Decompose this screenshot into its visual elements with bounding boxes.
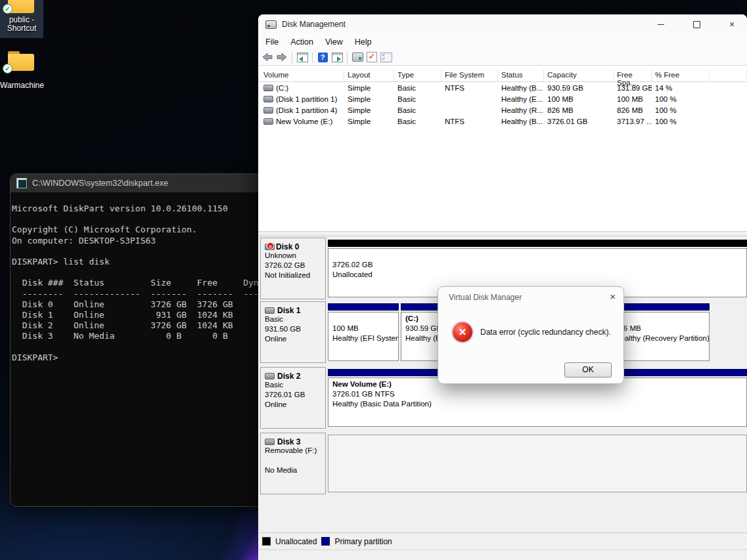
col-type[interactable]: Type	[394, 70, 441, 81]
disk-size	[265, 456, 325, 466]
icon-label: Warmachine	[0, 81, 43, 90]
table-row[interactable]: (Disk 1 partition 4) Simple Basic Health…	[258, 104, 747, 116]
desktop-icon-warmachine[interactable]: ✓ Warmachine	[0, 50, 43, 92]
cell-status: Healthy (B...	[498, 84, 544, 92]
monitor-icon	[352, 53, 363, 62]
unallocated-legend-label: Unallocated	[275, 537, 317, 546]
cell-capacity: 826 MB	[544, 106, 614, 114]
dialog-close-button[interactable]: ×	[610, 291, 616, 302]
action-pane-icon	[332, 53, 343, 62]
dm-title-bar[interactable]: Disk Management ×	[258, 14, 747, 34]
ok-button[interactable]: OK	[564, 362, 612, 377]
region-size: 100 MB	[332, 324, 398, 334]
table-row[interactable]: (C:) Simple Basic NTFS Healthy (B... 930…	[258, 82, 747, 93]
cell-fs: NTFS	[441, 118, 498, 125]
col-status[interactable]: Status	[498, 70, 544, 81]
cell-status: Healthy (R...	[498, 106, 544, 114]
disk-status: Not Initialized	[265, 271, 325, 281]
region-status: Healthy (EFI System Partition)	[332, 334, 398, 344]
col-volume[interactable]: Volume	[260, 70, 344, 81]
table-row[interactable]: New Volume (E:) Simple Basic NTFS Health…	[258, 116, 747, 127]
maximize-icon	[693, 21, 700, 28]
close-button[interactable]: ×	[717, 14, 747, 34]
menu-help[interactable]: Help	[349, 35, 378, 49]
menu-view[interactable]: View	[319, 35, 349, 49]
cell-capacity: 930.59 GB	[544, 84, 614, 92]
toolbar-separator	[292, 52, 292, 63]
back-arrow-icon	[262, 53, 273, 62]
menu-file[interactable]: File	[260, 35, 284, 49]
disk3-panel[interactable]: Disk 3 Removable (F:) No Media	[260, 433, 326, 494]
disk-name: Disk 0	[276, 242, 299, 251]
virtual-disk-manager-dialog: Virtual Disk Manager × ✕ Data error (cyc…	[438, 286, 624, 384]
disk-management-app-icon	[265, 20, 277, 29]
error-icon: ✕	[453, 322, 472, 342]
volume-icon	[263, 96, 273, 102]
console-tree-icon	[297, 53, 308, 62]
dialog-message: Data error (cyclic redundancy check).	[480, 328, 611, 337]
menu-action[interactable]: Action	[284, 35, 319, 49]
cell-free: 826 MB	[614, 106, 652, 114]
desktop-icon-public-shortcut[interactable]: ✓ public - Shortcut	[0, 0, 43, 38]
primary-band	[328, 303, 399, 311]
disk3-row: Disk 3 Removable (F:) No Media	[260, 433, 747, 494]
cell-pct: 100 %	[652, 106, 710, 114]
efi-partition-region[interactable]: 100 MB Healthy (EFI System Partition)	[328, 303, 399, 361]
no-media-region[interactable]	[328, 435, 747, 492]
refresh-disks-button[interactable]	[351, 51, 363, 63]
cell-type: Basic	[394, 84, 441, 92]
check-task-button[interactable]: ✓	[366, 51, 378, 63]
show-action-pane-button[interactable]	[331, 51, 343, 63]
volume-name: New Volume (E:)	[276, 118, 332, 125]
help-icon: ?	[318, 53, 328, 62]
disk-type: Unknown	[265, 251, 325, 261]
region-size: 826 MB	[615, 324, 709, 334]
disk-icon	[265, 439, 275, 445]
col-layout[interactable]: Layout	[344, 70, 394, 81]
maximize-button[interactable]	[681, 14, 712, 34]
toolbar: ? ✓ ✓✓	[258, 49, 747, 66]
cell-status: Healthy (E...	[498, 95, 544, 103]
disk1-panel[interactable]: Disk 1 Basic 931.50 GB Online	[260, 301, 326, 363]
primary-band	[610, 303, 710, 311]
disk-status: Online	[265, 335, 325, 345]
primary-legend-swatch	[321, 537, 330, 546]
back-button[interactable]	[261, 51, 273, 63]
recovery-partition-region[interactable]: 826 MB Healthy (Recovery Partition)	[610, 303, 710, 361]
volume-name: (Disk 1 partition 4)	[276, 106, 337, 114]
cell-layout: Simple	[344, 84, 394, 92]
col-pct-free[interactable]: % Free	[652, 70, 710, 81]
close-icon: ×	[729, 20, 735, 29]
cell-pct: 100 %	[652, 118, 710, 125]
minimize-button[interactable]	[646, 14, 676, 34]
disk-type: Removable (F:)	[265, 446, 325, 456]
show-console-tree-button[interactable]	[296, 51, 308, 63]
disk0-panel[interactable]: × Disk 0 Unknown 3726.02 GB Not Initiali…	[260, 238, 326, 299]
cell-pct: 100 %	[652, 95, 710, 103]
disk-icon	[265, 373, 275, 379]
col-file-system[interactable]: File System	[441, 70, 498, 81]
help-button[interactable]: ?	[317, 51, 328, 63]
pane-splitter[interactable]	[258, 231, 747, 236]
cell-fs: NTFS	[441, 84, 498, 92]
disk-name: Disk 1	[277, 306, 300, 315]
region-status: Unallocated	[332, 270, 746, 280]
col-free-space[interactable]: Free Spa...	[614, 70, 652, 81]
col-capacity[interactable]: Capacity	[544, 70, 614, 81]
graphical-view: × Disk 0 Unknown 3726.02 GB Not Initiali…	[258, 236, 747, 532]
toolbar-separator	[312, 52, 313, 63]
table-row[interactable]: (Disk 1 partition 1) Simple Basic Health…	[258, 93, 747, 104]
disk2-panel[interactable]: Disk 2 Basic 3726.01 GB Online	[260, 367, 326, 429]
disk-size: 3726.02 GB	[265, 261, 325, 271]
col-filler	[710, 70, 747, 81]
forward-button[interactable]	[276, 51, 288, 63]
disk-size: 931.50 GB	[265, 325, 325, 335]
cell-type: Basic	[394, 106, 441, 114]
disk-error-icon: ×	[265, 244, 273, 249]
cell-pct: 14 %	[652, 84, 710, 92]
unallocated-legend-swatch	[262, 537, 271, 546]
volume-icon	[263, 107, 273, 114]
volume-list-header: Volume Layout Type File System Status Ca…	[258, 70, 747, 82]
properties-button[interactable]: ✓✓	[380, 51, 392, 63]
cell-free: 131.89 GB	[614, 84, 652, 92]
